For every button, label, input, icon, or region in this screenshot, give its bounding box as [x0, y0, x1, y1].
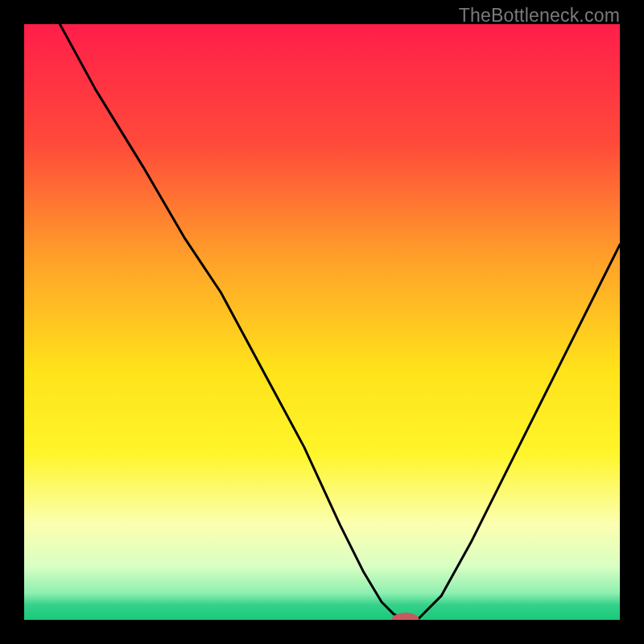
chart-frame: TheBottleneck.com — [0, 0, 644, 644]
chart-svg — [24, 24, 620, 620]
plot-area — [24, 24, 620, 620]
watermark-text: TheBottleneck.com — [459, 5, 620, 27]
gradient-background — [24, 24, 620, 620]
